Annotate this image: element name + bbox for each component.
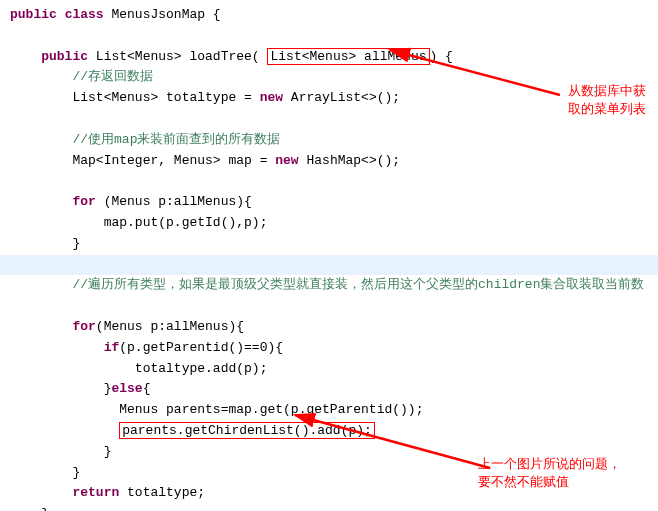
keyword: for bbox=[72, 194, 95, 209]
code-line: //存返回数据 bbox=[10, 67, 658, 88]
code-line bbox=[10, 255, 658, 276]
code-text: (Menus p:allMenus){ bbox=[96, 319, 244, 334]
code-line: } bbox=[10, 504, 658, 511]
code-line bbox=[10, 109, 658, 130]
code-text: List<Menus> totaltype = bbox=[72, 90, 259, 105]
code-line bbox=[10, 26, 658, 47]
comment: //遍历所有类型，如果是最顶级父类型就直接装，然后用这个父类型的children… bbox=[72, 277, 644, 292]
code-text: Menus parents=map.get(p.getParentid()); bbox=[119, 402, 423, 417]
annotation-text: 从数据库中获取的菜单列表 bbox=[568, 82, 648, 118]
code-text: } bbox=[72, 465, 80, 480]
code-line bbox=[10, 171, 658, 192]
annotation-text: 上一个图片所说的问题，要不然不能赋值 bbox=[478, 455, 628, 491]
code-line bbox=[10, 296, 658, 317]
code-line: totaltype.add(p); bbox=[10, 359, 658, 380]
code-line: map.put(p.getId(),p); bbox=[10, 213, 658, 234]
code-line: List<Menus> totaltype = new ArrayList<>(… bbox=[10, 88, 658, 109]
comment: //存返回数据 bbox=[72, 69, 153, 84]
code-text: { bbox=[143, 381, 151, 396]
highlighted-statement: parents.getChirdenList().add(p); bbox=[119, 422, 375, 439]
code-line: for(Menus p:allMenus){ bbox=[10, 317, 658, 338]
code-line: for (Menus p:allMenus){ bbox=[10, 192, 658, 213]
highlighted-param: List<Menus> allMenus bbox=[267, 48, 429, 65]
code-text: MenusJsonMap { bbox=[111, 7, 220, 22]
code-text: ) { bbox=[430, 49, 453, 64]
keyword: new bbox=[275, 153, 298, 168]
code-text: } bbox=[104, 444, 112, 459]
highlighted-row bbox=[0, 255, 658, 276]
code-line: //遍历所有类型，如果是最顶级父类型就直接装，然后用这个父类型的children… bbox=[10, 275, 658, 296]
code-text: List<Menus> loadTree( bbox=[96, 49, 268, 64]
keyword: if bbox=[104, 340, 120, 355]
keyword: public bbox=[10, 7, 57, 22]
code-text: ArrayList<>(); bbox=[283, 90, 400, 105]
keyword: return bbox=[72, 485, 119, 500]
comment: //使用map来装前面查到的所有数据 bbox=[72, 132, 280, 147]
code-block: public class MenusJsonMap { public List<… bbox=[0, 0, 658, 511]
code-line: public class MenusJsonMap { bbox=[10, 5, 658, 26]
code-line: }else{ bbox=[10, 379, 658, 400]
code-text: (Menus p:allMenus){ bbox=[96, 194, 252, 209]
code-line: if(p.getParentid()==0){ bbox=[10, 338, 658, 359]
code-text: Map<Integer, Menus> map = bbox=[72, 153, 275, 168]
code-text: totaltype; bbox=[119, 485, 205, 500]
code-line: Map<Integer, Menus> map = new HashMap<>(… bbox=[10, 151, 658, 172]
keyword: class bbox=[65, 7, 104, 22]
code-line: } bbox=[10, 234, 658, 255]
code-line: public List<Menus> loadTree( List<Menus>… bbox=[10, 47, 658, 68]
code-line: //使用map来装前面查到的所有数据 bbox=[10, 130, 658, 151]
keyword: for bbox=[72, 319, 95, 334]
code-line: parents.getChirdenList().add(p); bbox=[10, 421, 658, 442]
keyword: new bbox=[260, 90, 283, 105]
code-line: Menus parents=map.get(p.getParentid()); bbox=[10, 400, 658, 421]
keyword: else bbox=[111, 381, 142, 396]
code-text: (p.getParentid()==0){ bbox=[119, 340, 283, 355]
code-text: } bbox=[41, 506, 49, 511]
code-text: totaltype.add(p); bbox=[135, 361, 268, 376]
code-text: HashMap<>(); bbox=[299, 153, 400, 168]
code-text: } bbox=[72, 236, 80, 251]
code-text: map.put(p.getId(),p); bbox=[104, 215, 268, 230]
keyword: public bbox=[41, 49, 88, 64]
